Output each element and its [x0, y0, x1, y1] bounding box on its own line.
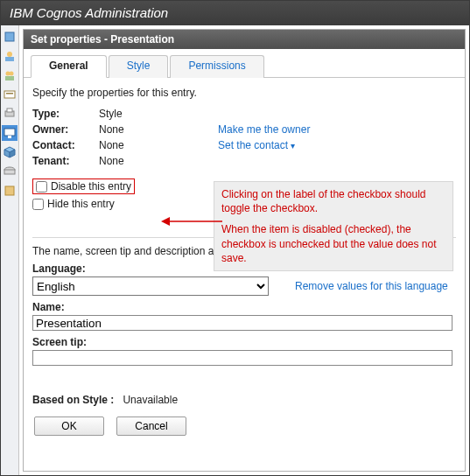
- name-label: Name:: [32, 301, 456, 313]
- cube-icon[interactable]: [2, 144, 18, 160]
- remove-values-link[interactable]: Remove values for this language: [295, 280, 448, 292]
- disk-icon[interactable]: [2, 164, 18, 179]
- disable-entry-highlight: Disable this entry: [32, 178, 135, 194]
- svg-rect-7: [6, 93, 13, 94]
- hide-entry-label[interactable]: Hide this entry: [47, 198, 115, 210]
- config-icon[interactable]: [2, 87, 18, 102]
- based-on-label: Based on Style :: [32, 394, 114, 406]
- security-icon[interactable]: [2, 29, 18, 45]
- language-select[interactable]: English: [32, 276, 269, 296]
- app-body: Set properties - Presentation General St…: [1, 25, 469, 475]
- svg-rect-5: [5, 76, 14, 80]
- svg-rect-11: [8, 136, 11, 138]
- sidebar: [1, 25, 19, 475]
- ok-button[interactable]: OK: [34, 416, 104, 436]
- set-the-contact-link[interactable]: Set the contact: [218, 139, 295, 151]
- based-on-row: Based on Style : Unavailable: [32, 394, 456, 406]
- language-row: English Remove values for this language: [32, 276, 456, 296]
- svg-rect-10: [4, 129, 15, 136]
- dialog-buttons: OK Cancel: [34, 416, 456, 436]
- annotation-text-1: Clicking on the label of the checkbox sh…: [221, 187, 445, 215]
- data-icon[interactable]: [2, 183, 18, 199]
- disable-entry-checkbox[interactable]: [36, 181, 47, 192]
- tab-general[interactable]: General: [31, 55, 107, 78]
- tenant-label: Tenant:: [32, 153, 99, 169]
- users-icon[interactable]: [2, 48, 18, 64]
- app-title: IBM Cognos Administration: [1, 1, 469, 25]
- owner-label: Owner:: [32, 122, 99, 137]
- tab-permissions[interactable]: Permissions: [170, 55, 263, 78]
- svg-marker-19: [161, 217, 170, 226]
- annotation-arrow-icon: [161, 216, 222, 227]
- cancel-button[interactable]: Cancel: [116, 416, 186, 436]
- contact-label: Contact:: [32, 137, 99, 153]
- hide-entry-checkbox[interactable]: [32, 199, 44, 210]
- tab-strip: General Style Permissions: [24, 49, 465, 78]
- type-label: Type:: [32, 106, 99, 122]
- disable-entry-label[interactable]: Disable this entry: [51, 180, 131, 192]
- svg-rect-6: [4, 91, 15, 98]
- svg-rect-16: [4, 170, 15, 174]
- app-window: IBM Cognos Administration Set properties…: [0, 0, 470, 476]
- tab-style[interactable]: Style: [109, 55, 169, 78]
- type-value: Style: [99, 106, 218, 122]
- groups-icon[interactable]: [2, 67, 18, 83]
- tenant-value: None: [99, 153, 218, 169]
- monitor-icon[interactable]: [2, 125, 18, 141]
- svg-rect-2: [5, 57, 14, 61]
- svg-rect-9: [7, 108, 12, 112]
- name-input[interactable]: [32, 315, 452, 331]
- svg-rect-0: [5, 32, 14, 41]
- svg-point-4: [10, 72, 14, 76]
- intro-text: Specify the properties for this entry.: [32, 87, 456, 99]
- owner-value: None: [99, 122, 218, 137]
- dialog-wrap: Set properties - Presentation General St…: [19, 25, 469, 475]
- annotation-text-2: When the item is disabled (checked), the…: [221, 222, 445, 265]
- dialog-title: Set properties - Presentation: [24, 30, 465, 49]
- svg-rect-17: [5, 186, 14, 195]
- based-on-value: Unavailable: [123, 394, 178, 406]
- annotation-callout: Clicking on the label of the checkbox sh…: [214, 181, 453, 271]
- screen-tip-label: Screen tip:: [32, 336, 456, 348]
- screen-tip-input[interactable]: [32, 350, 452, 366]
- properties-table: Type: Style Owner: None Make me the owne…: [32, 106, 315, 169]
- contact-value: None: [99, 137, 218, 153]
- svg-point-1: [7, 52, 12, 57]
- make-me-owner-link[interactable]: Make me the owner: [218, 123, 310, 136]
- printer-icon[interactable]: [2, 106, 18, 122]
